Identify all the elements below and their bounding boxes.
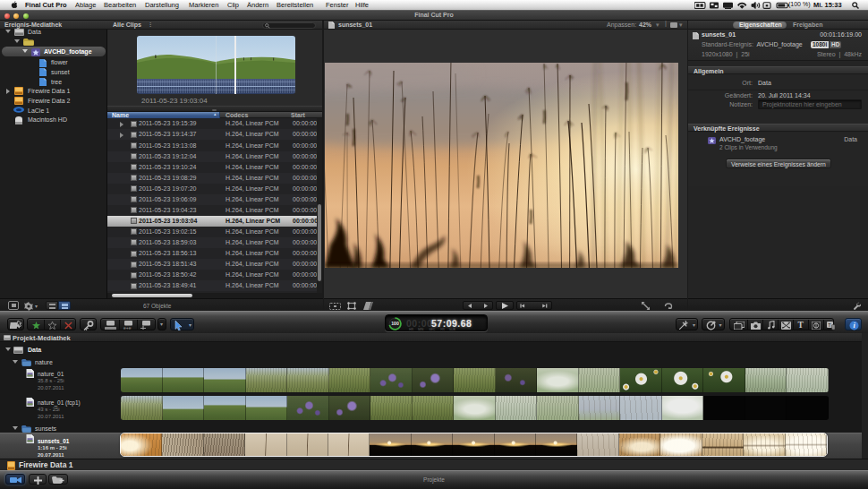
svg-text:e+e: e+e [123, 325, 132, 330]
svg-text:100: 100 [391, 321, 399, 326]
